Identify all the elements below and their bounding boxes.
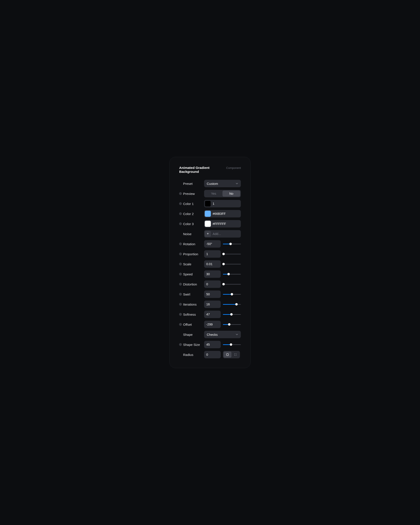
shape-size-slider[interactable] xyxy=(223,343,241,346)
radius-all-button[interactable] xyxy=(224,352,232,358)
label-preset: Preset xyxy=(183,182,204,186)
add-variable-icon[interactable] xyxy=(179,263,182,265)
color1-swatch[interactable] xyxy=(205,201,211,207)
row-offset: Offset -299 xyxy=(179,321,241,328)
label-speed: Speed xyxy=(183,272,204,276)
row-noise: Noise Add... xyxy=(179,230,241,238)
add-variable-icon[interactable] xyxy=(179,303,182,306)
proportion-slider[interactable] xyxy=(223,253,241,255)
row-distortion: Distortion 0 xyxy=(179,281,241,288)
label-iterations: Iterations xyxy=(183,302,204,306)
proportion-input[interactable]: 1 xyxy=(204,250,221,258)
row-shape: Shape Checks xyxy=(179,331,241,338)
row-color1: Color 1 1 xyxy=(179,200,241,207)
rotation-slider[interactable] xyxy=(223,242,241,245)
label-distortion: Distortion xyxy=(183,282,204,286)
row-preset: Preset Custom xyxy=(179,180,241,187)
sparkle-icon xyxy=(206,232,209,235)
add-variable-icon[interactable] xyxy=(179,323,182,326)
add-variable-icon[interactable] xyxy=(179,313,182,316)
row-swirl: Swirl 50 xyxy=(179,291,241,298)
radius-input[interactable]: 0 xyxy=(204,351,221,358)
row-softness: Softness 47 xyxy=(179,311,241,318)
radius-individual-button[interactable] xyxy=(232,352,239,358)
shape-value: Checks xyxy=(207,333,218,337)
scale-slider[interactable] xyxy=(223,262,241,266)
row-speed: Speed 30 xyxy=(179,270,241,278)
preset-select[interactable]: Custom xyxy=(204,180,241,187)
color1-value: 1 xyxy=(213,202,214,206)
label-proportion: Proportion xyxy=(183,252,204,256)
add-variable-icon[interactable] xyxy=(179,202,182,205)
iterations-slider[interactable] xyxy=(223,303,241,306)
square-icon xyxy=(226,353,229,356)
label-noise: Noise xyxy=(183,232,204,236)
label-offset: Offset xyxy=(183,323,204,326)
radius-mode-toggle xyxy=(223,351,240,358)
color3-field[interactable]: #FFFFFF xyxy=(204,220,241,227)
row-iterations: Iterations 16 xyxy=(179,300,241,308)
add-variable-icon[interactable] xyxy=(179,283,182,285)
rotation-input[interactable]: -50° xyxy=(204,240,221,248)
label-softness: Softness xyxy=(183,313,204,316)
label-color1: Color 1 xyxy=(183,202,204,206)
row-preview: Preview Yes No xyxy=(179,190,241,197)
shape-size-input[interactable]: 45 xyxy=(204,341,221,348)
label-radius: Radius xyxy=(183,353,204,356)
panel-header: Animated Gradient Background Component xyxy=(179,166,241,174)
distortion-input[interactable]: 0 xyxy=(204,281,221,288)
row-color3: Color 3 #FFFFFF xyxy=(179,220,241,227)
preset-value: Custom xyxy=(207,182,218,186)
add-variable-icon[interactable] xyxy=(179,212,182,215)
label-scale: Scale xyxy=(183,262,204,266)
row-color2: Color 2 #66B3FF xyxy=(179,210,241,217)
distortion-slider[interactable] xyxy=(223,283,241,286)
noise-placeholder: Add... xyxy=(213,232,221,236)
add-variable-icon[interactable] xyxy=(179,293,182,296)
color2-swatch[interactable] xyxy=(205,211,211,217)
shape-select[interactable]: Checks xyxy=(204,331,241,338)
chevron-down-icon xyxy=(236,333,238,336)
row-shape-size: Shape Size 45 xyxy=(179,341,241,348)
add-variable-icon[interactable] xyxy=(179,223,182,225)
swirl-input[interactable]: 50 xyxy=(204,291,221,298)
label-color3: Color 3 xyxy=(183,222,204,226)
add-variable-icon[interactable] xyxy=(179,273,182,275)
label-color2: Color 2 xyxy=(183,212,204,216)
noise-icon-box xyxy=(205,231,211,237)
panel-subtitle: Component xyxy=(226,166,241,169)
label-preview: Preview xyxy=(183,192,204,196)
add-variable-icon[interactable] xyxy=(179,343,182,346)
noise-field[interactable]: Add... xyxy=(204,230,241,238)
softness-slider[interactable] xyxy=(223,313,241,316)
offset-input[interactable]: -299 xyxy=(204,321,221,328)
speed-input[interactable]: 30 xyxy=(204,270,221,278)
label-shape: Shape xyxy=(183,333,204,337)
add-variable-icon[interactable] xyxy=(179,253,182,255)
iterations-input[interactable]: 16 xyxy=(204,300,221,308)
scale-input[interactable]: 0.01 xyxy=(204,260,221,268)
label-swirl: Swirl xyxy=(183,292,204,296)
chevron-down-icon xyxy=(236,182,238,185)
speed-slider[interactable] xyxy=(223,272,241,276)
softness-input[interactable]: 47 xyxy=(204,311,221,318)
label-rotation: Rotation xyxy=(183,242,204,246)
preview-no[interactable]: No xyxy=(223,190,240,197)
corners-icon xyxy=(234,353,237,356)
row-proportion: Proportion 1 xyxy=(179,250,241,258)
label-shape-size: Shape Size xyxy=(183,343,204,347)
row-rotation: Rotation -50° xyxy=(179,240,241,248)
color3-swatch[interactable] xyxy=(205,221,211,227)
properties-panel: Animated Gradient Background Component P… xyxy=(169,157,251,368)
add-variable-icon[interactable] xyxy=(179,243,182,245)
add-variable-icon[interactable] xyxy=(179,192,182,195)
svg-rect-14 xyxy=(227,354,229,356)
color2-value: #66B3FF xyxy=(213,212,226,216)
preview-toggle: Yes No xyxy=(204,190,241,197)
color2-field[interactable]: #66B3FF xyxy=(204,210,241,217)
offset-slider[interactable] xyxy=(223,323,241,326)
panel-title: Animated Gradient Background xyxy=(179,166,226,174)
swirl-slider[interactable] xyxy=(223,293,241,296)
preview-yes[interactable]: Yes xyxy=(205,190,223,197)
color1-field[interactable]: 1 xyxy=(204,200,241,207)
